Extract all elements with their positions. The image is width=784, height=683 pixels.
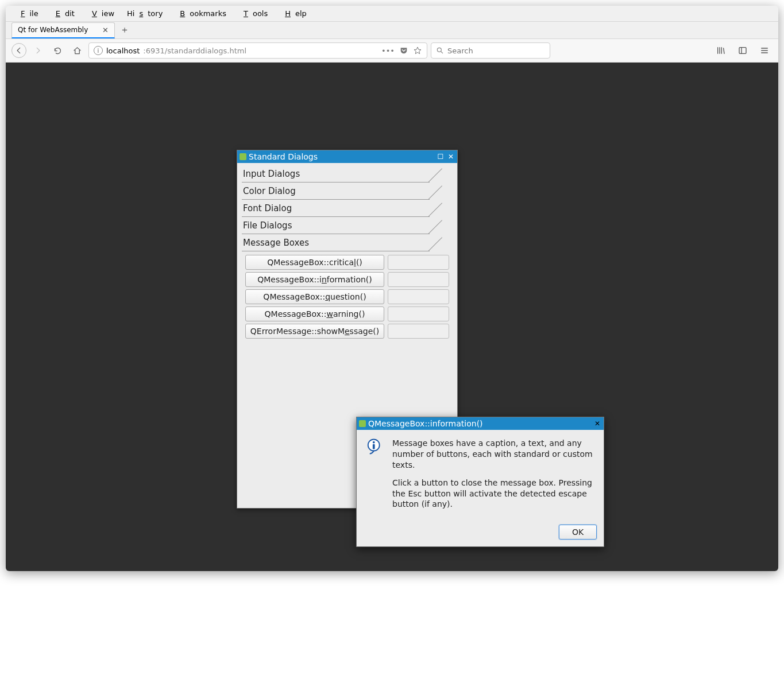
- page-viewport: Standard Dialogs ☐ ✕ Input Dialogs Color…: [6, 63, 778, 571]
- dialog-title: QMessageBox::information(): [368, 419, 483, 428]
- reload-button[interactable]: [49, 42, 65, 59]
- error-message-result-field[interactable]: [388, 324, 449, 339]
- svg-rect-1: [739, 48, 746, 54]
- svg-point-0: [437, 48, 441, 52]
- critical-result-field[interactable]: [388, 255, 449, 270]
- ok-button[interactable]: OK: [559, 525, 597, 540]
- window-body: Input Dialogs Color Dialog Font Dialog F…: [237, 163, 457, 344]
- question-button[interactable]: QMessageBox::question(): [245, 289, 384, 304]
- tab-color-dialog[interactable]: Color Dialog: [242, 184, 453, 200]
- menu-help[interactable]: Help: [276, 8, 311, 19]
- qt-logo-icon: [359, 420, 366, 427]
- information-dialog: QMessageBox::information() ✕ Message b: [356, 417, 604, 547]
- sidebar-icon[interactable]: [735, 42, 751, 59]
- menu-tools[interactable]: Tools: [234, 8, 272, 19]
- pocket-icon[interactable]: [399, 46, 408, 55]
- qt-logo-icon: [240, 153, 246, 160]
- tab-title: Qt for WebAssembly: [18, 26, 88, 34]
- tab-font-dialog[interactable]: Font Dialog: [242, 201, 453, 217]
- library-icon[interactable]: [713, 42, 729, 59]
- information-button[interactable]: QMessageBox::information(): [245, 272, 384, 287]
- tab-strip: Qt for WebAssembly ✕ ＋: [6, 22, 778, 39]
- url-host: localhost: [106, 46, 140, 55]
- window-titlebar[interactable]: Standard Dialogs ☐ ✕: [237, 150, 457, 163]
- search-icon: [436, 46, 444, 55]
- information-icon: [366, 438, 384, 517]
- critical-button[interactable]: QMessageBox::critical(): [245, 255, 384, 270]
- svg-point-3: [373, 441, 375, 444]
- dialog-paragraph-1: Message boxes have a caption, a text, an…: [392, 438, 594, 471]
- tab-input-dialogs[interactable]: Input Dialogs: [242, 166, 453, 183]
- page-actions-icon[interactable]: •••: [381, 46, 395, 55]
- menu-edit[interactable]: Edit: [47, 8, 79, 19]
- window-maximize-icon[interactable]: ☐: [437, 153, 445, 161]
- svg-rect-4: [373, 444, 375, 449]
- window-close-icon[interactable]: ✕: [447, 153, 455, 161]
- tab-file-dialogs[interactable]: File Dialogs: [242, 218, 453, 234]
- dialog-text: Message boxes have a caption, a text, an…: [392, 438, 594, 517]
- information-result-field[interactable]: [388, 272, 449, 287]
- dialog-close-icon[interactable]: ✕: [593, 420, 601, 428]
- close-tab-icon[interactable]: ✕: [102, 26, 109, 34]
- search-bar[interactable]: [431, 42, 550, 59]
- menubar: File Edit View History Bookmarks Tools H…: [6, 6, 778, 22]
- warning-button[interactable]: QMessageBox::warning(): [245, 306, 384, 321]
- menu-history[interactable]: History: [122, 8, 167, 19]
- site-info-icon[interactable]: i: [94, 46, 103, 55]
- search-input[interactable]: [447, 46, 545, 55]
- dialog-titlebar[interactable]: QMessageBox::information() ✕: [357, 417, 604, 430]
- window-title: Standard Dialogs: [249, 152, 318, 161]
- bookmark-star-icon[interactable]: [413, 46, 422, 55]
- back-button[interactable]: [11, 43, 26, 58]
- address-bar[interactable]: i localhost:6931/standarddialogs.html ••…: [88, 42, 427, 59]
- menu-view[interactable]: View: [83, 8, 119, 19]
- menu-bookmarks[interactable]: Bookmarks: [171, 8, 231, 19]
- menu-file[interactable]: File: [11, 8, 43, 19]
- new-tab-button[interactable]: ＋: [118, 24, 131, 37]
- home-button[interactable]: [69, 42, 85, 59]
- dialog-paragraph-2: Click a button to close the message box.…: [392, 478, 594, 510]
- message-boxes-panel: QMessageBox::critical() QMessageBox::inf…: [242, 255, 453, 339]
- error-message-button[interactable]: QErrorMessage::showMessage(): [245, 324, 384, 339]
- warning-result-field[interactable]: [388, 306, 449, 321]
- hamburger-menu-icon[interactable]: [756, 42, 773, 59]
- question-result-field[interactable]: [388, 289, 449, 304]
- browser-window: File Edit View History Bookmarks Tools H…: [6, 6, 778, 571]
- toolbar: i localhost:6931/standarddialogs.html ••…: [6, 39, 778, 63]
- browser-tab[interactable]: Qt for WebAssembly ✕: [11, 22, 115, 38]
- url-path: :6931/standarddialogs.html: [143, 46, 246, 55]
- tab-message-boxes[interactable]: Message Boxes: [242, 235, 453, 251]
- forward-button[interactable]: [30, 42, 46, 59]
